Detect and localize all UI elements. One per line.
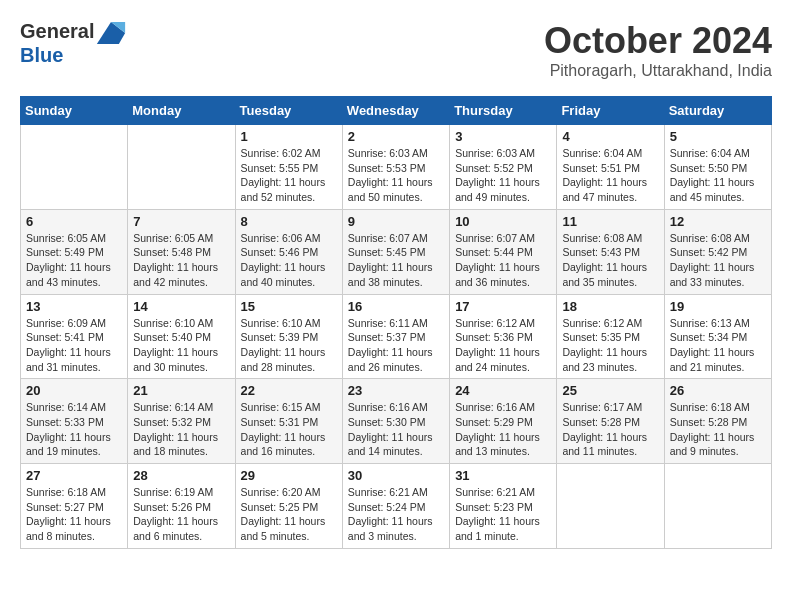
title-area: October 2024 Pithoragarh, Uttarakhand, I… <box>544 20 772 80</box>
day-info: Sunrise: 6:07 AMSunset: 5:45 PMDaylight:… <box>348 231 444 290</box>
calendar-cell: 19Sunrise: 6:13 AMSunset: 5:34 PMDayligh… <box>664 294 771 379</box>
calendar-week-5: 27Sunrise: 6:18 AMSunset: 5:27 PMDayligh… <box>21 464 772 549</box>
calendar-cell: 8Sunrise: 6:06 AMSunset: 5:46 PMDaylight… <box>235 209 342 294</box>
calendar-cell <box>664 464 771 549</box>
calendar-cell: 20Sunrise: 6:14 AMSunset: 5:33 PMDayligh… <box>21 379 128 464</box>
calendar-cell: 23Sunrise: 6:16 AMSunset: 5:30 PMDayligh… <box>342 379 449 464</box>
calendar-cell: 7Sunrise: 6:05 AMSunset: 5:48 PMDaylight… <box>128 209 235 294</box>
day-number: 21 <box>133 383 229 398</box>
header-cell-thursday: Thursday <box>450 97 557 125</box>
calendar-cell: 6Sunrise: 6:05 AMSunset: 5:49 PMDaylight… <box>21 209 128 294</box>
day-number: 31 <box>455 468 551 483</box>
day-number: 20 <box>26 383 122 398</box>
day-number: 18 <box>562 299 658 314</box>
day-info: Sunrise: 6:04 AMSunset: 5:51 PMDaylight:… <box>562 146 658 205</box>
day-info: Sunrise: 6:10 AMSunset: 5:39 PMDaylight:… <box>241 316 337 375</box>
calendar-week-3: 13Sunrise: 6:09 AMSunset: 5:41 PMDayligh… <box>21 294 772 379</box>
day-info: Sunrise: 6:21 AMSunset: 5:24 PMDaylight:… <box>348 485 444 544</box>
calendar-cell <box>557 464 664 549</box>
header-cell-monday: Monday <box>128 97 235 125</box>
day-number: 15 <box>241 299 337 314</box>
day-info: Sunrise: 6:18 AMSunset: 5:27 PMDaylight:… <box>26 485 122 544</box>
calendar-cell: 2Sunrise: 6:03 AMSunset: 5:53 PMDaylight… <box>342 125 449 210</box>
day-number: 6 <box>26 214 122 229</box>
day-info: Sunrise: 6:08 AMSunset: 5:43 PMDaylight:… <box>562 231 658 290</box>
day-number: 8 <box>241 214 337 229</box>
day-number: 12 <box>670 214 766 229</box>
day-info: Sunrise: 6:21 AMSunset: 5:23 PMDaylight:… <box>455 485 551 544</box>
day-info: Sunrise: 6:02 AMSunset: 5:55 PMDaylight:… <box>241 146 337 205</box>
calendar-cell: 4Sunrise: 6:04 AMSunset: 5:51 PMDaylight… <box>557 125 664 210</box>
calendar-cell: 22Sunrise: 6:15 AMSunset: 5:31 PMDayligh… <box>235 379 342 464</box>
calendar-cell: 27Sunrise: 6:18 AMSunset: 5:27 PMDayligh… <box>21 464 128 549</box>
calendar-cell: 9Sunrise: 6:07 AMSunset: 5:45 PMDaylight… <box>342 209 449 294</box>
calendar-cell: 1Sunrise: 6:02 AMSunset: 5:55 PMDaylight… <box>235 125 342 210</box>
day-info: Sunrise: 6:05 AMSunset: 5:49 PMDaylight:… <box>26 231 122 290</box>
logo: General Blue <box>20 20 126 66</box>
day-number: 10 <box>455 214 551 229</box>
header-cell-tuesday: Tuesday <box>235 97 342 125</box>
day-number: 24 <box>455 383 551 398</box>
day-info: Sunrise: 6:07 AMSunset: 5:44 PMDaylight:… <box>455 231 551 290</box>
day-info: Sunrise: 6:12 AMSunset: 5:35 PMDaylight:… <box>562 316 658 375</box>
day-number: 26 <box>670 383 766 398</box>
calendar-cell: 25Sunrise: 6:17 AMSunset: 5:28 PMDayligh… <box>557 379 664 464</box>
calendar-cell: 11Sunrise: 6:08 AMSunset: 5:43 PMDayligh… <box>557 209 664 294</box>
day-number: 23 <box>348 383 444 398</box>
day-info: Sunrise: 6:06 AMSunset: 5:46 PMDaylight:… <box>241 231 337 290</box>
day-info: Sunrise: 6:04 AMSunset: 5:50 PMDaylight:… <box>670 146 766 205</box>
day-info: Sunrise: 6:03 AMSunset: 5:52 PMDaylight:… <box>455 146 551 205</box>
calendar-cell: 3Sunrise: 6:03 AMSunset: 5:52 PMDaylight… <box>450 125 557 210</box>
calendar-body: 1Sunrise: 6:02 AMSunset: 5:55 PMDaylight… <box>21 125 772 549</box>
calendar-cell: 10Sunrise: 6:07 AMSunset: 5:44 PMDayligh… <box>450 209 557 294</box>
day-info: Sunrise: 6:13 AMSunset: 5:34 PMDaylight:… <box>670 316 766 375</box>
day-number: 14 <box>133 299 229 314</box>
calendar-cell: 18Sunrise: 6:12 AMSunset: 5:35 PMDayligh… <box>557 294 664 379</box>
day-number: 11 <box>562 214 658 229</box>
calendar-cell: 26Sunrise: 6:18 AMSunset: 5:28 PMDayligh… <box>664 379 771 464</box>
day-number: 2 <box>348 129 444 144</box>
day-info: Sunrise: 6:03 AMSunset: 5:53 PMDaylight:… <box>348 146 444 205</box>
day-number: 9 <box>348 214 444 229</box>
day-info: Sunrise: 6:16 AMSunset: 5:29 PMDaylight:… <box>455 400 551 459</box>
day-info: Sunrise: 6:11 AMSunset: 5:37 PMDaylight:… <box>348 316 444 375</box>
calendar-header-row: SundayMondayTuesdayWednesdayThursdayFrid… <box>21 97 772 125</box>
day-number: 7 <box>133 214 229 229</box>
header-cell-wednesday: Wednesday <box>342 97 449 125</box>
day-number: 28 <box>133 468 229 483</box>
calendar-cell <box>21 125 128 210</box>
calendar-cell: 14Sunrise: 6:10 AMSunset: 5:40 PMDayligh… <box>128 294 235 379</box>
calendar-cell: 28Sunrise: 6:19 AMSunset: 5:26 PMDayligh… <box>128 464 235 549</box>
calendar-week-1: 1Sunrise: 6:02 AMSunset: 5:55 PMDaylight… <box>21 125 772 210</box>
day-info: Sunrise: 6:14 AMSunset: 5:32 PMDaylight:… <box>133 400 229 459</box>
day-number: 5 <box>670 129 766 144</box>
calendar-cell: 21Sunrise: 6:14 AMSunset: 5:32 PMDayligh… <box>128 379 235 464</box>
day-number: 13 <box>26 299 122 314</box>
day-number: 27 <box>26 468 122 483</box>
day-info: Sunrise: 6:05 AMSunset: 5:48 PMDaylight:… <box>133 231 229 290</box>
day-info: Sunrise: 6:19 AMSunset: 5:26 PMDaylight:… <box>133 485 229 544</box>
logo-line1: General <box>20 20 126 44</box>
calendar-cell <box>128 125 235 210</box>
day-number: 25 <box>562 383 658 398</box>
calendar-cell: 24Sunrise: 6:16 AMSunset: 5:29 PMDayligh… <box>450 379 557 464</box>
calendar-cell: 16Sunrise: 6:11 AMSunset: 5:37 PMDayligh… <box>342 294 449 379</box>
day-info: Sunrise: 6:10 AMSunset: 5:40 PMDaylight:… <box>133 316 229 375</box>
day-info: Sunrise: 6:12 AMSunset: 5:36 PMDaylight:… <box>455 316 551 375</box>
day-info: Sunrise: 6:20 AMSunset: 5:25 PMDaylight:… <box>241 485 337 544</box>
calendar-week-2: 6Sunrise: 6:05 AMSunset: 5:49 PMDaylight… <box>21 209 772 294</box>
day-info: Sunrise: 6:15 AMSunset: 5:31 PMDaylight:… <box>241 400 337 459</box>
day-number: 1 <box>241 129 337 144</box>
day-info: Sunrise: 6:17 AMSunset: 5:28 PMDaylight:… <box>562 400 658 459</box>
day-info: Sunrise: 6:14 AMSunset: 5:33 PMDaylight:… <box>26 400 122 459</box>
day-info: Sunrise: 6:09 AMSunset: 5:41 PMDaylight:… <box>26 316 122 375</box>
day-number: 17 <box>455 299 551 314</box>
logo-line2: Blue <box>20 44 126 66</box>
day-number: 30 <box>348 468 444 483</box>
day-number: 22 <box>241 383 337 398</box>
calendar-cell: 12Sunrise: 6:08 AMSunset: 5:42 PMDayligh… <box>664 209 771 294</box>
calendar-week-4: 20Sunrise: 6:14 AMSunset: 5:33 PMDayligh… <box>21 379 772 464</box>
day-number: 29 <box>241 468 337 483</box>
day-number: 4 <box>562 129 658 144</box>
calendar-cell: 5Sunrise: 6:04 AMSunset: 5:50 PMDaylight… <box>664 125 771 210</box>
